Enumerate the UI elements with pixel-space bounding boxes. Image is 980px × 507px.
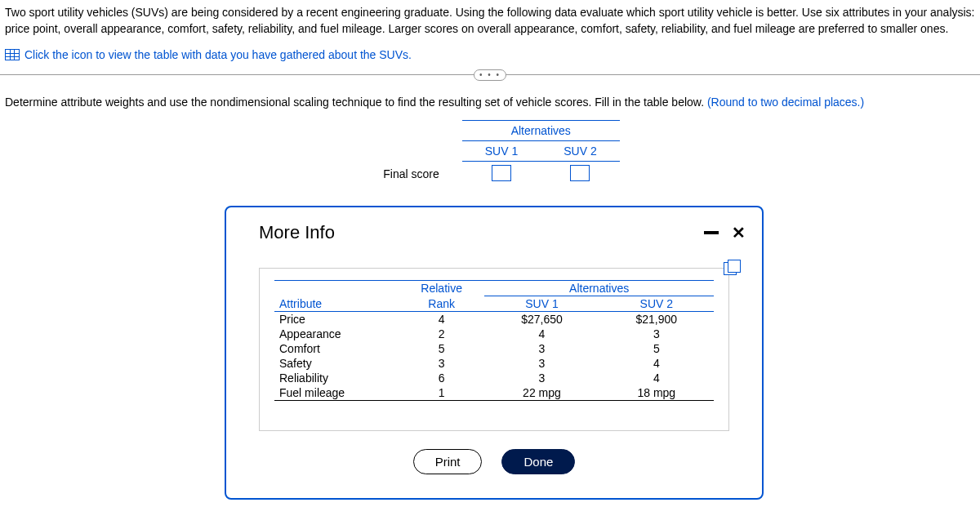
attribute-header: Attribute [274, 296, 399, 312]
suv1-header: SUV 1 [462, 141, 541, 162]
round-hint: (Round to two decimal places.) [707, 96, 864, 109]
data-link-text[interactable]: Click the icon to view the table with da… [24, 48, 412, 61]
answer-table: Alternatives SUV 1 SUV 2 Final score [360, 120, 619, 187]
final-score-label: Final score [360, 162, 461, 188]
section-divider: • • • [0, 74, 980, 82]
question-text: Two sport utility vehicles (SUVs) are be… [0, 0, 980, 38]
instruction-main: Determine attribute weights and use the … [5, 96, 707, 109]
table-row: Appearance 2 4 3 [274, 327, 714, 341]
more-info-modal: More Info ✕ Relative Alternatives Attrib… [225, 206, 764, 500]
table-row: Reliability 6 3 4 [274, 371, 714, 385]
modal-footer: Print Done [226, 431, 762, 474]
alternatives-header-modal: Alternatives [484, 281, 714, 296]
modal-title: More Info [259, 222, 335, 243]
data-table: Relative Alternatives Attribute Rank SUV… [274, 280, 714, 401]
table-row: Fuel mileage 1 22 mpg 18 mpg [274, 385, 714, 401]
print-button[interactable]: Print [413, 449, 483, 474]
instruction-text: Determine attribute weights and use the … [0, 96, 980, 120]
copy-icon[interactable] [724, 262, 737, 275]
table-row: Safety 3 3 4 [274, 356, 714, 371]
rank-header: Rank [399, 296, 484, 312]
table-row: Price 4 $27,650 $21,900 [274, 312, 714, 327]
relative-header: Relative [399, 281, 484, 296]
table-row: Comfort 5 3 5 [274, 341, 714, 356]
modal-header: More Info ✕ [226, 207, 762, 251]
done-button[interactable]: Done [501, 449, 575, 474]
suv2-score-input[interactable] [570, 165, 590, 181]
table-icon[interactable] [5, 49, 20, 60]
suv2-header-modal: SUV 2 [599, 296, 714, 312]
suv1-header-modal: SUV 1 [484, 296, 599, 312]
alternatives-header: Alternatives [462, 121, 620, 141]
minimize-icon[interactable] [704, 231, 719, 234]
close-icon[interactable]: ✕ [732, 225, 746, 241]
suv2-header: SUV 2 [541, 141, 619, 162]
modal-body: Relative Alternatives Attribute Rank SUV… [259, 268, 729, 431]
ellipsis-pill[interactable]: • • • [474, 69, 506, 81]
suv1-score-input[interactable] [492, 165, 511, 181]
